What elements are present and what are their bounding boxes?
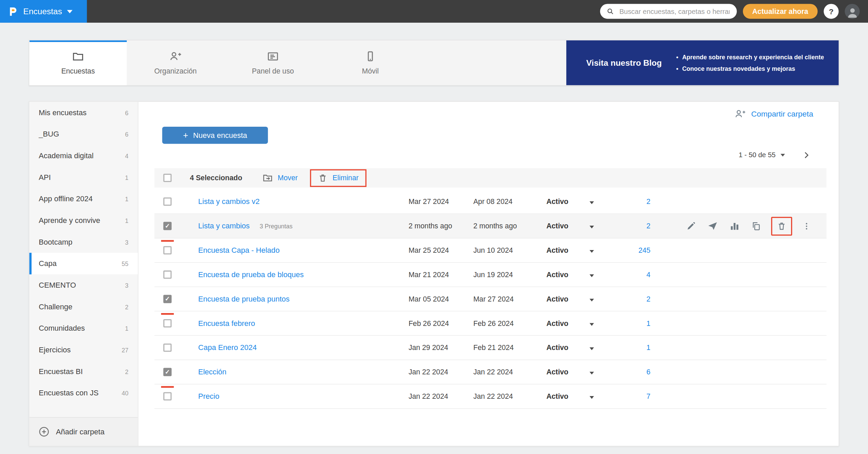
selection-toolbar: 4 Seleccionado Mover Eliminar [155,168,827,187]
survey-row[interactable]: Lista y cambios v2 Mar 27 2024 Apr 08 20… [155,190,827,214]
survey-title-link[interactable]: Encuesta febrero [198,319,255,327]
more-options-icon[interactable] [802,222,811,230]
send-icon[interactable] [708,221,718,231]
new-survey-button[interactable]: + Nueva encuesta [162,127,268,144]
help-button[interactable]: ? [824,4,839,19]
title-cell: Elección [198,368,408,376]
survey-row[interactable]: Encuesta febrero Feb 26 2024 Feb 26 2024… [155,311,827,336]
survey-title-link[interactable]: Precio [198,392,219,400]
survey-title-link[interactable]: Capa Enero 2024 [198,344,257,352]
sidebar-item-aprende-y-convive[interactable]: Aprende y convive 1 [29,210,138,231]
tab-encuestas[interactable]: Encuestas [29,40,127,85]
responses-count-link[interactable]: 245 [638,246,650,254]
survey-title-link[interactable]: Elección [198,368,226,376]
app-switcher[interactable]: Encuestas [0,0,87,23]
status-label[interactable]: Activo [546,295,589,303]
survey-row[interactable]: Encuesta Capa - Helado Mar 25 2024 Jun 1… [155,239,827,263]
survey-title-link[interactable]: Lista y cambios v2 [198,198,259,206]
sidebar-item-bootcamp[interactable]: Bootcamp 3 [29,231,138,253]
blog-banner[interactable]: Visita nuestro Blog Aprende sobre resear… [566,40,839,85]
next-page-button[interactable] [802,150,811,160]
responses-count-link[interactable]: 7 [647,392,651,400]
folder-label: _BUG [39,130,59,138]
row-checkbox[interactable] [163,270,172,278]
survey-row[interactable]: Elección Jan 22 2024 Jan 22 2024 Activo … [155,360,827,385]
status-dropdown[interactable] [590,295,614,303]
sidebar-item-api[interactable]: API 1 [29,166,138,188]
row-checkbox[interactable] [163,344,172,352]
delete-icon[interactable] [771,216,792,235]
row-checkbox[interactable] [163,368,172,376]
status-dropdown[interactable] [590,246,614,254]
delete-label: Eliminar [333,174,359,182]
status-dropdown[interactable] [590,270,614,278]
move-folder-icon [262,172,273,183]
status-label[interactable]: Activo [546,344,589,352]
survey-row[interactable]: Encuesta de prueba puntos Mar 05 2024 Ma… [155,287,827,311]
sidebar-item-app-offline-2024[interactable]: App offline 2024 1 [29,188,138,210]
sidebar-item-bug[interactable]: _BUG 6 [29,123,138,145]
tab-organizacion[interactable]: Organización [127,40,224,85]
survey-title-link[interactable]: Encuesta de prueba de bloques [198,270,303,278]
analytics-icon[interactable] [730,221,739,231]
row-checkbox[interactable] [163,198,172,206]
tab-movil[interactable]: Móvil [322,40,419,85]
row-checkbox[interactable] [163,295,172,303]
sidebar-item-cemento[interactable]: CEMENTO 3 [29,274,138,296]
responses-count-link[interactable]: 1 [647,319,651,327]
copy-icon[interactable] [751,221,761,231]
global-search[interactable] [600,4,737,19]
survey-row[interactable]: Capa Enero 2024 Jan 29 2024 Feb 21 2024 … [155,336,827,360]
status-label[interactable]: Activo [546,222,589,230]
status-label[interactable]: Activo [546,368,589,376]
update-now-button[interactable]: Actualizar ahora [743,4,818,19]
responses-count-link[interactable]: 1 [647,344,651,352]
responses-count-link[interactable]: 4 [647,270,651,278]
survey-row[interactable]: Encuesta de prueba de bloques Mar 21 202… [155,263,827,287]
row-checkbox[interactable] [163,319,172,327]
status-dropdown[interactable] [590,392,614,400]
responses-count-link[interactable]: 6 [647,368,651,376]
select-all-checkbox[interactable] [163,174,172,182]
status-label[interactable]: Activo [546,198,589,206]
add-folder-label: Añadir carpeta [56,428,104,436]
status-dropdown[interactable] [590,319,614,327]
sidebar-item-comunidades[interactable]: Comunidades 1 [29,317,138,339]
survey-title-link[interactable]: Lista y cambios [198,222,250,230]
share-folder-link[interactable]: Compartir carpeta [751,109,813,118]
page-range-selector[interactable]: 1 - 50 de 55 [738,151,785,159]
survey-row[interactable]: Lista y cambios 3 Preguntas 2 months ago… [155,214,827,239]
status-label[interactable]: Activo [546,246,589,254]
checkbox-cell [155,295,198,303]
sidebar-item-mis-encuestas[interactable]: Mis encuestas 6 [29,102,138,123]
row-checkbox[interactable] [163,246,172,254]
search-input[interactable] [618,7,730,16]
status-dropdown[interactable] [590,222,614,230]
row-checkbox[interactable] [163,222,172,230]
sidebar-item-encuestas-bi[interactable]: Encuestas BI 2 [29,360,138,382]
status-dropdown[interactable] [590,368,614,376]
status-label[interactable]: Activo [546,270,589,278]
status-dropdown[interactable] [590,198,614,206]
delete-button[interactable]: Eliminar [310,169,366,187]
survey-title-link[interactable]: Encuesta de prueba puntos [198,295,290,303]
avatar[interactable] [845,4,860,19]
status-label[interactable]: Activo [546,319,589,327]
sidebar-item-encuestas-con-js[interactable]: Encuestas con JS 40 [29,382,138,404]
responses-count-link[interactable]: 2 [647,222,651,230]
row-checkbox[interactable] [163,392,172,400]
add-folder-button[interactable]: Añadir carpeta [29,417,138,446]
tab-panel-de-uso[interactable]: Panel de uso [224,40,321,85]
sidebar-item-capa[interactable]: Capa 55 [29,253,138,274]
sidebar-item-challenge[interactable]: Challenge 2 [29,296,138,317]
status-dropdown[interactable] [590,344,614,352]
edit-icon[interactable] [686,221,696,231]
responses-count-link[interactable]: 2 [647,198,651,206]
survey-row[interactable]: Precio Jan 22 2024 Jan 22 2024 Activo 7 [155,385,827,409]
status-label[interactable]: Activo [546,392,589,400]
responses-count-link[interactable]: 2 [647,295,651,303]
move-button[interactable]: Mover [262,172,298,183]
survey-title-link[interactable]: Encuesta Capa - Helado [198,246,279,254]
sidebar-item-academia-digital[interactable]: Academia digital 4 [29,145,138,167]
sidebar-item-ejercicios[interactable]: Ejercicios 27 [29,339,138,361]
